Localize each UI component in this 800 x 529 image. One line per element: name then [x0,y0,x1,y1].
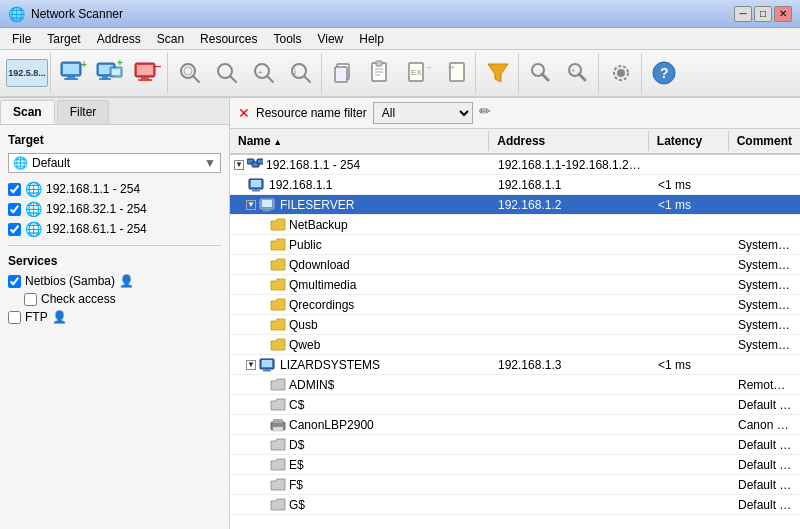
table-row[interactable]: F$ Default share [230,475,800,495]
svg-point-19 [184,67,192,75]
table-row[interactable]: Qrecordings System default share [230,295,800,315]
app-title: Network Scanner [31,7,734,21]
expand-icon[interactable]: ▼ [246,200,256,210]
filter-edit-btn[interactable]: ✏ [479,103,499,123]
help-btn[interactable]: ? [646,55,682,91]
folder-icon [270,238,286,251]
row-address [490,303,650,307]
menu-view[interactable]: View [309,30,351,48]
add-network-btn[interactable]: + [92,55,128,91]
table-row[interactable]: CanonLBP2900 Canon LBP2900 [230,415,800,435]
ftp-checkbox[interactable] [8,311,21,324]
scan-items-list: 🌐 192.168.1.1 - 254 🌐 192.168.32.1 - 254… [8,181,221,237]
menu-resources[interactable]: Resources [192,30,265,48]
scan-item-0-label: 192.168.1.1 - 254 [46,182,140,196]
table-row[interactable]: ADMIN$ Remote Admin [230,375,800,395]
svg-rect-3 [63,64,79,74]
key-btn2[interactable]: + [560,55,596,91]
tab-filter[interactable]: Filter [57,100,110,124]
row-comment [730,163,800,167]
table-row[interactable]: Public System default share [230,235,800,255]
scan-btn1[interactable] [172,55,208,91]
folder-icon [270,298,286,311]
table-row[interactable]: NetBackup [230,215,800,235]
row-comment: System default share [730,336,800,354]
row-name: C$ [289,398,304,412]
folder-share-icon [270,398,286,411]
scan-btn3[interactable]: + [246,55,282,91]
table-row[interactable]: ▼ 192.168.1.1 - 254 192.168.1.1-192.168.… [230,155,800,175]
tab-scan[interactable]: Scan [0,100,55,124]
table-row[interactable]: Qweb System default share [230,335,800,355]
scan-btn2[interactable] [209,55,245,91]
paste-btn[interactable] [363,55,399,91]
toolbar-group-scan: + i [170,53,322,93]
svg-rect-31 [376,61,382,66]
table-row-lizard[interactable]: ▼ LIZARDSYSTEMS 192.168.1.3 <1 ms [230,355,800,375]
toolbar-group-computers: + + — [53,53,168,93]
table-row[interactable]: Qusb System default share [230,315,800,335]
table-row[interactable]: 192.168.1.1 192.168.1.1 <1 ms [230,175,800,195]
row-latency [650,243,730,247]
scan-item-1-checkbox[interactable] [8,203,21,216]
services-label: Services [8,254,221,268]
row-comment [730,203,800,207]
row-comment: System default share [730,276,800,294]
import-btn[interactable]: → [437,55,473,91]
export-btn[interactable]: EX → [400,55,436,91]
filter-select[interactable]: All [373,102,473,124]
svg-point-46 [617,69,625,77]
table-row[interactable]: Qdownload System default share [230,255,800,275]
scan-item-2-checkbox[interactable] [8,223,21,236]
tab-bar: Scan Filter [0,98,229,125]
row-latency [650,303,730,307]
th-latency[interactable]: Latency [649,131,729,151]
scan-btn4[interactable]: i [283,55,319,91]
row-latency [650,503,730,507]
row-comment: Default share [730,396,800,414]
scan-item-0-checkbox[interactable] [8,183,21,196]
table-row-fileserver[interactable]: ▼ FILESERVER 192.168.1.2 <1 ms [230,195,800,215]
th-address[interactable]: Address [489,131,649,151]
checkaccess-checkbox[interactable] [24,293,37,306]
table-row[interactable]: Qmultimedia System default share [230,275,800,295]
close-btn[interactable]: ✕ [774,6,792,22]
add-computer-btn[interactable]: + [55,55,91,91]
settings-btn[interactable] [603,55,639,91]
filter-clear-btn[interactable]: ✕ [238,105,250,121]
remove-btn[interactable]: — [129,55,165,91]
expand-icon[interactable]: ▼ [246,360,256,370]
svg-rect-15 [137,65,153,75]
filter-bar: ✕ Resource name filter All ✏ [230,98,800,129]
netbios-checkbox[interactable] [8,275,21,288]
table-row[interactable]: E$ Default share [230,455,800,475]
th-comment[interactable]: Comment [729,131,800,151]
table-row[interactable]: C$ Default share [230,395,800,415]
target-dropdown-container: 🌐 Default ▼ [8,153,221,173]
filter-btn[interactable] [480,55,516,91]
menu-address[interactable]: Address [89,30,149,48]
svg-rect-2 [64,78,78,80]
left-panel: Scan Filter Target 🌐 Default ▼ 🌐 192.168… [0,98,230,529]
minimize-btn[interactable]: ─ [734,6,752,22]
table-row[interactable]: G$ Default share [230,495,800,515]
menu-file[interactable]: File [4,30,39,48]
menu-tools[interactable]: Tools [265,30,309,48]
network-range-icon-1: 🌐 [25,201,42,217]
svg-line-26 [304,76,310,82]
table-row[interactable]: D$ Default share [230,435,800,455]
maximize-btn[interactable]: □ [754,6,772,22]
menu-target[interactable]: Target [39,30,88,48]
row-latency: <1 ms [650,356,730,374]
row-address [490,483,650,487]
menu-help[interactable]: Help [351,30,392,48]
menu-scan[interactable]: Scan [149,30,192,48]
row-comment: Default share [730,456,800,474]
key-btn1[interactable] [523,55,559,91]
row-latency [650,163,730,167]
row-name: Public [289,238,322,252]
expand-icon[interactable]: ▼ [234,160,244,170]
copy-btn[interactable] [326,55,362,91]
th-name[interactable]: Name [230,131,489,151]
dropdown-arrow-icon[interactable]: ▼ [204,156,216,170]
